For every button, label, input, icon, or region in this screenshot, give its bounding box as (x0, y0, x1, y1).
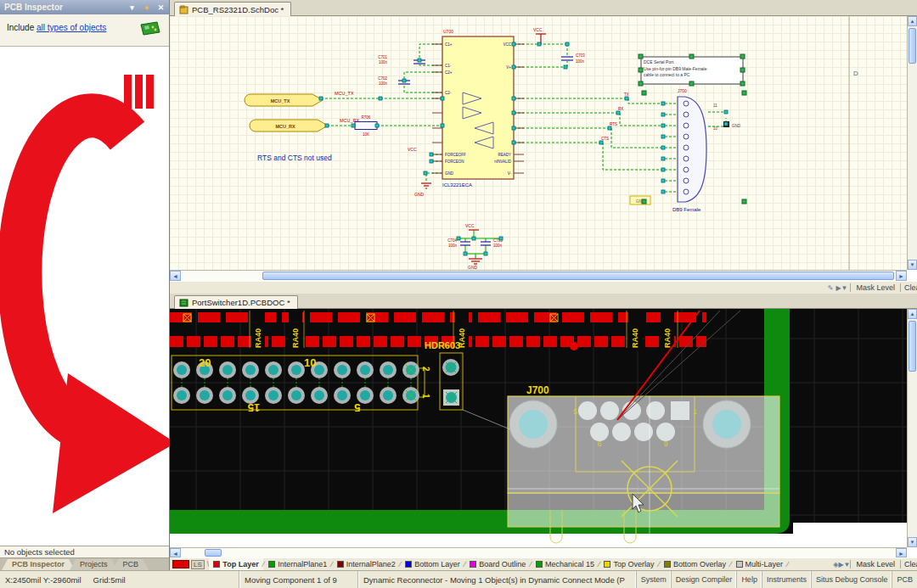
pcb-chip-icon (138, 21, 160, 36)
decoupling-circuit: C704 100n C705 100n (447, 230, 503, 259)
svg-text:100n: 100n (448, 244, 458, 248)
j700-footprint-ghost[interactable]: 5 1 6 9 (508, 396, 779, 547)
filter-icon[interactable]: ◈▶▼ (833, 561, 850, 568)
svg-text:Use pin-for-pin DB9 Male-Femal: Use pin-for-pin DB9 Male-Female (644, 66, 707, 71)
svg-text:MCU_TX: MCU_TX (335, 91, 354, 96)
pcb-doc-tab[interactable]: PortSwitcher1D.PCBDOC * (174, 295, 298, 309)
port-mcu-tx[interactable]: MCU_TX (245, 94, 323, 106)
scroll-left-icon[interactable]: ◄ (170, 271, 181, 281)
pcb-tabbar: PortSwitcher1D.PCBDOC * (170, 294, 917, 309)
pcb-inspector-titlebar[interactable]: PCB Inspector ▾ ● ✕ (0, 0, 169, 14)
annotation-text: RTS and CTS not used (257, 154, 332, 162)
layer-tab-bottom-layer[interactable]: Bottom Layer (401, 558, 464, 570)
pcb-editor: PortSwitcher1D.PCBDOC * (170, 294, 917, 570)
layer-tab-multi-layer[interactable]: Multi-Layer (732, 558, 788, 570)
system-button[interactable]: System (636, 571, 671, 588)
scroll-down-icon[interactable]: ▼ (908, 260, 917, 270)
schematic-doc-icon (179, 5, 188, 14)
svg-text:100n: 100n (576, 59, 585, 64)
situs-debug-console-button[interactable]: Situs Debug Console (811, 571, 892, 588)
schematic-doc-tab[interactable]: PCB_RS2321D.SchDoc * (174, 2, 291, 16)
svg-text:RTS: RTS (610, 122, 617, 126)
schematic-hscroll-track[interactable] (181, 271, 896, 281)
svg-text:V-: V- (508, 171, 512, 176)
pcb-hscroll-thumb[interactable] (205, 549, 222, 557)
layer-tab-top-layer[interactable]: Top Layer (209, 558, 262, 570)
layer-tab-internalplane2[interactable]: InternalPlane2 (333, 558, 400, 570)
schematic-doc-tab-label: PCB_RS2321D.SchDoc * (192, 3, 284, 16)
current-layer-swatch[interactable] (172, 560, 189, 568)
pcb-hscroll-track[interactable] (181, 548, 896, 557)
red-arrow-graphic (0, 51, 170, 546)
layer-color-icon (664, 561, 671, 568)
ic-u700[interactable]: U700 ICL3221ECA C1+ C1- C2+ C2- FORCEOFF… (432, 29, 524, 188)
panel-close-icon[interactable]: ✕ (155, 1, 166, 14)
ls-button[interactable]: LS (191, 560, 205, 569)
svg-text:5: 5 (354, 401, 360, 414)
clear-button[interactable]: Clear (900, 283, 917, 292)
layer-tab-bottom-overlay[interactable]: Bottom Overlay (660, 558, 730, 570)
svg-text:TX: TX (624, 92, 629, 97)
svg-text:100n: 100n (379, 81, 388, 86)
include-types-link[interactable]: all types of objects (37, 23, 106, 32)
schematic-vscrollbar[interactable]: ▲ ▼ (907, 16, 917, 270)
scroll-right-icon[interactable]: ► (896, 271, 907, 281)
ic-designator: U700 (443, 29, 453, 34)
layer-tab-top-overlay[interactable]: Top Overlay (599, 558, 658, 570)
pcb-vscrollbar[interactable]: ▲ ▼ (907, 309, 917, 547)
tab-projects[interactable]: Projects (70, 559, 118, 570)
mode-segment: Dynamic Reconnector - Moving 1 Object(s)… (358, 571, 636, 588)
layer-color-icon (213, 561, 220, 568)
left-panel-column: PCB Inspector ▾ ● ✕ Include all types of… (0, 0, 170, 570)
filter-icon[interactable]: ▶▼ (835, 284, 847, 292)
svg-text:DCE Serial Port: DCE Serial Port (644, 59, 674, 64)
panel-dropdown-icon[interactable]: ▾ (127, 1, 138, 14)
layer-tab-internalplane1[interactable]: InternalPlane1 (264, 558, 331, 570)
svg-text:VCC: VCC (533, 27, 543, 32)
inspector-status-text: No objects selected (0, 546, 169, 558)
svg-text:C702: C702 (378, 76, 387, 81)
design-compiler-button[interactable]: Design Compiler (671, 571, 737, 588)
layer-color-icon (536, 561, 543, 568)
mask-level-button[interactable]: Mask Level (850, 283, 900, 292)
tab-pcb[interactable]: PCB (113, 559, 149, 570)
pcb-hscrollbar[interactable]: ◄ ► (170, 547, 907, 557)
layer-color-icon (337, 561, 344, 568)
schematic-hscrollbar[interactable]: ◄ ► (170, 270, 907, 281)
help-button[interactable]: Help (736, 571, 762, 588)
moving-segment: Moving Component 1 of 9 (239, 571, 358, 588)
pcb-inspector-title: PCB Inspector (4, 3, 63, 12)
layer-tab-mechanical-15[interactable]: Mechanical 15 (532, 558, 599, 570)
svg-text:CTS: CTS (601, 137, 609, 141)
port-mcu-rx[interactable]: MCU_RX (250, 120, 328, 132)
clear-button[interactable]: Clear (900, 560, 917, 568)
pencil-icon[interactable]: ✎ (828, 284, 834, 292)
scroll-left-icon[interactable]: ◄ (170, 548, 181, 557)
instruments-button[interactable]: Instruments (762, 571, 811, 588)
schematic-tabbar: PCB_RS2321D.SchDoc * (170, 0, 917, 16)
db9-connector[interactable]: J700 DB9 Female 11 10 GND GND (630, 88, 741, 212)
svg-text:RA40: RA40 (631, 328, 639, 348)
pcb-button[interactable]: PCB (892, 571, 917, 588)
pcb-vscroll-thumb[interactable] (909, 321, 916, 372)
svg-text:C1+: C1+ (445, 42, 453, 47)
svg-text:MCU_RX: MCU_RX (275, 124, 295, 129)
scroll-right-icon[interactable]: ► (896, 548, 907, 557)
mode-status: Dynamic Reconnector - Moving 1 Object(s)… (363, 575, 625, 585)
tab-pcb-inspector[interactable]: PCB Inspector (2, 559, 75, 570)
panel-pin-icon[interactable]: ● (141, 1, 152, 14)
schematic-hscroll-thumb[interactable] (262, 272, 894, 280)
scroll-up-icon[interactable]: ▲ (908, 16, 917, 26)
svg-text:1: 1 (693, 407, 697, 416)
layer-tab-board-outline[interactable]: Board Outline (465, 558, 530, 570)
scroll-down-icon[interactable]: ▼ (908, 537, 917, 547)
scroll-up-icon[interactable]: ▲ (908, 309, 917, 319)
sheet-border: D (849, 16, 858, 270)
pcb-canvas[interactable]: RA40 RA40 RA40 RA40 RA40 (170, 309, 907, 547)
mask-level-button[interactable]: Mask Level (850, 560, 900, 568)
svg-text:RA40: RA40 (663, 328, 672, 348)
svg-text:R706: R706 (362, 115, 371, 120)
svg-text:C2+: C2+ (445, 70, 453, 75)
schematic-canvas[interactable]: D (170, 16, 907, 270)
schematic-vscroll-thumb[interactable] (909, 28, 916, 64)
